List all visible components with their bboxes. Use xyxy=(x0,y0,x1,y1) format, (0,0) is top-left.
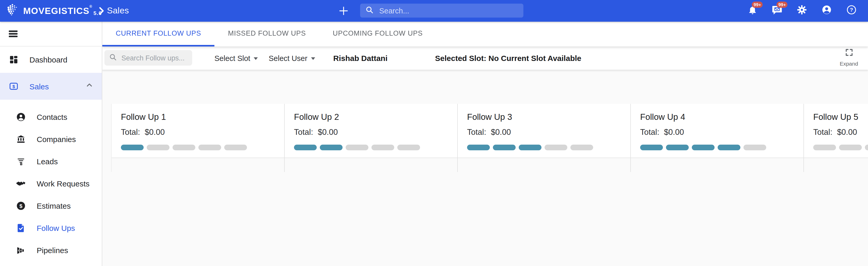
progress-segment xyxy=(224,145,247,150)
progress-segment xyxy=(666,145,689,150)
progress-segment xyxy=(346,145,368,150)
expand-button[interactable]: Expand xyxy=(837,48,861,67)
progress-segment xyxy=(570,145,593,150)
column-total: Total:$0.00 xyxy=(640,128,794,137)
dashboard-icon xyxy=(9,55,19,65)
column-header: Follow Up 1 Total:$0.00 xyxy=(112,104,284,158)
sidebar-item-label: Companies xyxy=(37,135,76,143)
global-search[interactable] xyxy=(360,4,523,18)
sidebar-item-label: Pipelines xyxy=(37,246,68,255)
board-column-4: Follow Up 4 Total:$0.00 xyxy=(631,104,804,172)
sidebar-item-contacts[interactable]: Contacts xyxy=(0,106,102,128)
progress-segment xyxy=(371,145,394,150)
sidebar-item-companies[interactable]: Companies xyxy=(0,128,102,150)
messages-button[interactable]: 99+ xyxy=(772,6,782,16)
pipelines-icon xyxy=(16,245,26,255)
sidebar-item-pipelines[interactable]: Pipelines xyxy=(0,239,102,261)
contacts-icon xyxy=(16,112,26,122)
leads-icon xyxy=(16,157,26,166)
sidebar-item-follow-ups[interactable]: Follow Ups xyxy=(0,217,102,239)
follow-up-tabs: CURRENT FOLLOW UPS MISSED FOLLOW UPS UPC… xyxy=(102,22,868,46)
work-requests-icon xyxy=(16,179,26,189)
sidebar-item-label: Follow Ups xyxy=(37,224,75,232)
column-header: Follow Up 4 Total:$0.00 xyxy=(631,104,803,158)
logo-icon xyxy=(6,3,19,19)
messages-badge: 99+ xyxy=(777,2,788,7)
progress-segment xyxy=(121,145,144,150)
progress-segment xyxy=(743,145,766,150)
search-icon xyxy=(109,53,117,63)
progress-segment xyxy=(493,145,516,150)
account-button[interactable] xyxy=(822,6,832,16)
tab-current-follow-ups[interactable]: CURRENT FOLLOW UPS xyxy=(102,22,214,46)
sidebar-item-work-requests[interactable]: Work Requests xyxy=(0,172,102,195)
menu-toggle-button[interactable] xyxy=(0,22,102,46)
companies-icon xyxy=(16,134,26,144)
column-title: Follow Up 1 xyxy=(121,112,275,122)
column-header: Follow Up 3 Total:$0.00 xyxy=(458,104,630,158)
progress-segment xyxy=(173,145,195,150)
filter-bar: Select Slot Select User Rishab Dattani S… xyxy=(102,46,868,70)
current-user-name: Rishab Dattani xyxy=(333,46,388,70)
hamburger-icon xyxy=(9,29,18,38)
progress-segment xyxy=(147,145,169,150)
board-column-3: Follow Up 3 Total:$0.00 xyxy=(458,104,631,172)
select-user-dropdown[interactable]: Select User xyxy=(269,46,315,70)
app-logo[interactable]: MOVEGISTICS®5.0 xyxy=(6,0,102,22)
sidebar-item-estimates[interactable]: $ Estimates xyxy=(0,195,102,217)
sidebar: Dashboard $ Sales Contacts Compa xyxy=(0,22,102,266)
column-title: Follow Up 4 xyxy=(640,112,794,122)
progress-segments xyxy=(640,145,794,150)
column-title: Follow Up 3 xyxy=(467,112,621,122)
column-header: Follow Up 5 Total:$0.00 xyxy=(804,104,868,158)
sidebar-item-leads[interactable]: Leads xyxy=(0,150,102,172)
progress-segment xyxy=(467,145,490,150)
progress-segments xyxy=(294,145,448,150)
board-column-1: Follow Up 1 Total:$0.00 xyxy=(112,104,285,172)
progress-segment xyxy=(640,145,663,150)
progress-segment xyxy=(813,145,836,150)
board-lanes: Follow Up 1 Total:$0.00 Follow Up 2 Tota… xyxy=(111,104,868,172)
header-actions: 99+ 99+ xyxy=(747,0,857,22)
follow-up-search-input[interactable] xyxy=(120,54,188,62)
progress-segment xyxy=(320,145,343,150)
column-total: Total:$0.00 xyxy=(121,128,275,137)
sales-icon: $ xyxy=(9,81,19,91)
progress-segment xyxy=(294,145,317,150)
sales-submenu: Contacts Companies Leads Work Requests xyxy=(0,106,102,261)
help-icon: ? xyxy=(846,5,857,17)
page-title: Sales xyxy=(107,0,129,22)
add-button[interactable] xyxy=(337,5,350,17)
help-button[interactable]: ? xyxy=(846,6,857,16)
notifications-button[interactable]: 99+ xyxy=(747,6,757,16)
progress-segment xyxy=(397,145,420,150)
sidebar-item-sales[interactable]: $ Sales xyxy=(0,73,102,100)
progress-segments xyxy=(121,145,275,150)
main-content: CURRENT FOLLOW UPS MISSED FOLLOW UPS UPC… xyxy=(102,22,868,266)
search-icon xyxy=(365,5,374,16)
column-total: Total:$0.00 xyxy=(294,128,448,137)
follow-up-search[interactable] xyxy=(104,50,192,66)
progress-segments xyxy=(813,145,868,150)
notifications-badge: 99+ xyxy=(752,2,763,7)
tab-upcoming-follow-ups[interactable]: UPCOMING FOLLOW UPS xyxy=(319,22,436,46)
app-root: MOVEGISTICS®5.0 Sales 99+ xyxy=(0,0,868,266)
tab-missed-follow-ups[interactable]: MISSED FOLLOW UPS xyxy=(214,22,319,46)
app-header: MOVEGISTICS®5.0 Sales 99+ xyxy=(0,0,868,22)
sidebar-item-label: Contacts xyxy=(37,112,67,121)
sidebar-item-dashboard[interactable]: Dashboard xyxy=(0,46,102,73)
settings-button[interactable] xyxy=(797,6,807,16)
progress-segment xyxy=(839,145,862,150)
breadcrumb-chevron-icon xyxy=(96,6,106,18)
progress-segments xyxy=(467,145,621,150)
sidebar-item-label: Leads xyxy=(37,157,58,166)
select-slot-dropdown[interactable]: Select Slot xyxy=(214,46,258,70)
expand-label: Expand xyxy=(840,60,858,67)
global-search-input[interactable] xyxy=(378,6,518,15)
progress-segment xyxy=(865,145,868,150)
svg-text:$: $ xyxy=(20,203,23,209)
column-title: Follow Up 2 xyxy=(294,112,448,122)
chevron-down-icon xyxy=(254,57,258,60)
chevron-up-icon xyxy=(85,81,94,92)
column-total: Total:$0.00 xyxy=(467,128,621,137)
